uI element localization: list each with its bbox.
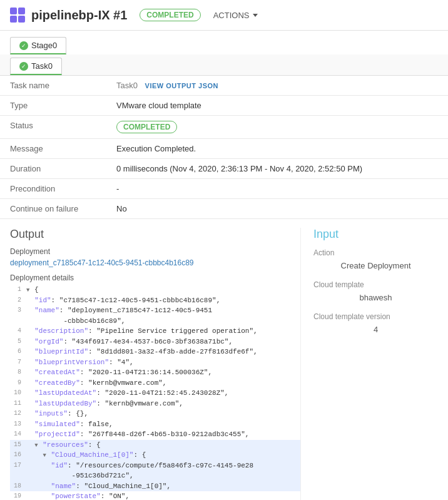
stage0-tab-label: Stage0 xyxy=(31,41,57,50)
action-label: Action xyxy=(313,248,438,257)
table-row-status: Status COMPLETED xyxy=(0,116,448,139)
code-line-2: 2 "id": "c7185c47-1c12-40c5-9451-cbbbc4b… xyxy=(10,295,300,306)
cloud-template-value-block: bhawesh xyxy=(313,290,438,305)
label-precondition: Precondition xyxy=(0,179,106,199)
actions-button[interactable]: ACTIONS xyxy=(213,11,258,20)
chevron-down-icon xyxy=(253,14,258,17)
task0-tab[interactable]: ✓ Task0 xyxy=(10,58,62,75)
page-header: pipelinebp-IX #1 COMPLETED ACTIONS xyxy=(0,0,448,31)
task-name-link[interactable]: Task0 xyxy=(116,81,138,90)
task0-tab-label: Task0 xyxy=(31,61,53,71)
table-row-type: Type VMware cloud template xyxy=(0,96,448,116)
code-line-15: 15 ▼ "resources": { xyxy=(10,440,300,451)
label-duration: Duration xyxy=(0,159,106,179)
action-value: Create Deployment xyxy=(341,261,411,270)
label-task-name: Task name xyxy=(0,76,106,96)
actions-label: ACTIONS xyxy=(213,11,250,20)
stage0-check-icon: ✓ xyxy=(19,41,28,50)
label-status: Status xyxy=(0,116,106,139)
code-line-12: 12 "inputs": {}, xyxy=(10,409,300,419)
pipeline-icon xyxy=(10,8,25,23)
output-section: Output Deployment deployment_c7185c47-1c… xyxy=(10,228,300,500)
label-continue-on-failure: Continue on failure xyxy=(0,199,106,219)
code-line-19: 19 "powerState": "ON", xyxy=(10,491,300,500)
code-line-16: 16 ▼ "Cloud_Machine_1[0]": { xyxy=(10,450,300,461)
cloud-template-label: Cloud template xyxy=(313,280,438,289)
output-input-area: Output Deployment deployment_c7185c47-1c… xyxy=(0,219,448,500)
cloud-template-version-label: Cloud template version xyxy=(313,312,438,321)
input-title: Input xyxy=(313,228,438,241)
code-line-8: 8 "createdAt": "2020-11-04T21:36:14.5000… xyxy=(10,367,300,378)
value-continue-on-failure: No xyxy=(106,199,448,219)
cloud-template-version-value: 4 xyxy=(374,325,378,334)
action-value-block: Create Deployment xyxy=(313,258,438,273)
table-row-duration: Duration 0 milliseconds (Nov 4, 2020, 2:… xyxy=(0,159,448,179)
code-line-18: 18 "name": "Cloud_Machine_1[0]", xyxy=(10,481,300,492)
code-line-4: 4 "description": "Pipeline Service trigg… xyxy=(10,326,300,337)
table-row-task-name: Task name Task0 VIEW OUTPUT JSON xyxy=(0,76,448,96)
table-row-precondition: Precondition - xyxy=(0,179,448,199)
label-message: Message xyxy=(0,139,106,159)
code-line-1: 1 ▼ { xyxy=(10,285,300,295)
table-row-message: Message Execution Completed. xyxy=(0,139,448,159)
status-badge-header: COMPLETED xyxy=(140,9,200,21)
code-line-17: 17 "id": "/resources/compute/f5a846f3-c9… xyxy=(10,461,300,471)
code-line-13: 13 "simulated": false, xyxy=(10,419,300,430)
code-line-5: 5 "orgId": "434f6917-4e34-4537-b6c0-3bf3… xyxy=(10,337,300,347)
view-output-json-link[interactable]: VIEW OUTPUT JSON xyxy=(145,82,218,89)
table-row-continue-on-failure: Continue on failure No xyxy=(0,199,448,219)
cloud-template-value: bhawesh xyxy=(359,293,392,302)
page-title: pipelinebp-IX #1 xyxy=(31,8,127,23)
deployment-id-link[interactable]: deployment_c7185c47-1c12-40c5-9451-cbbbc… xyxy=(10,258,300,267)
tasks-tabs-row: ✓ Task0 xyxy=(0,54,448,76)
value-type: VMware cloud template xyxy=(106,96,448,116)
status-badge: COMPLETED xyxy=(116,121,177,133)
deployment-label: Deployment xyxy=(10,247,300,256)
value-duration: 0 milliseconds (Nov 4, 2020, 2:36:13 PM … xyxy=(106,159,448,179)
code-line-6: 6 "blueprintId": "8d1dd801-3a32-4f3b-add… xyxy=(10,347,300,357)
code-line-11: 11 "lastUpdatedBy": "kernb@vmware.com", xyxy=(10,399,300,409)
code-line-14: 14 "projectId": "267f8448-d26f-4b65-b310… xyxy=(10,429,300,440)
stage0-tab[interactable]: ✓ Stage0 xyxy=(10,37,66,54)
value-message: Execution Completed. xyxy=(106,139,448,159)
value-precondition: - xyxy=(106,179,448,199)
details-table: Task name Task0 VIEW OUTPUT JSON Type VM… xyxy=(0,76,448,219)
code-line-9: 9 "createdBy": "kernb@vmware.com", xyxy=(10,378,300,389)
cloud-template-version-value-block: 4 xyxy=(313,322,438,337)
code-line-10: 10 "lastUpdatedAt": "2020-11-04T21:52:45… xyxy=(10,388,300,399)
code-block: 1 ▼ { 2 "id": "c7185c47-1c12-40c5-9451-c… xyxy=(10,285,300,500)
output-title: Output xyxy=(10,228,300,241)
code-line-3b: -cbbbc4b16c89", xyxy=(10,316,300,327)
code-line-7: 7 "blueprintVersion": "4", xyxy=(10,357,300,368)
code-line-3: 3 "name": "deployment_c7185c47-1c12-40c5… xyxy=(10,305,300,316)
stages-tabs-area: ✓ Stage0 xyxy=(0,31,448,54)
deployment-details-label: Deployment details xyxy=(10,273,300,282)
code-line-17b: -951c36bd721c", xyxy=(10,471,300,481)
input-section: Input Action Create Deployment Cloud tem… xyxy=(300,228,438,500)
task0-check-icon: ✓ xyxy=(19,62,28,71)
label-type: Type xyxy=(0,96,106,116)
